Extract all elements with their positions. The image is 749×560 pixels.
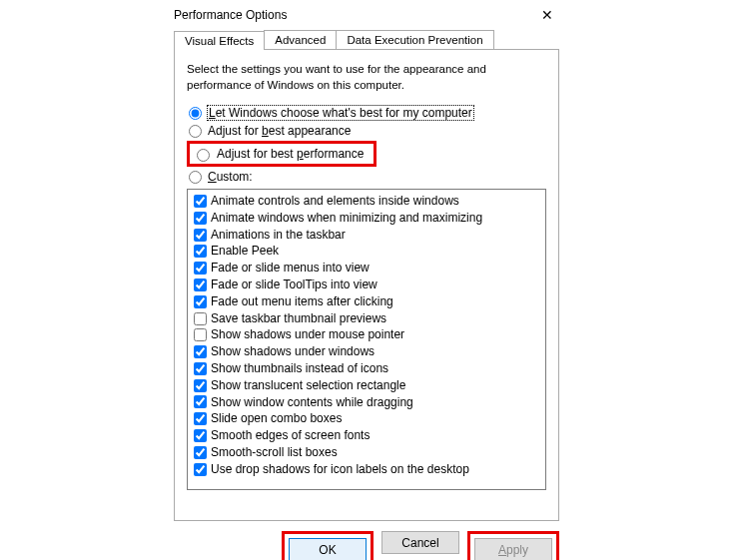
check-label: Smooth-scroll list boxes [211, 444, 338, 461]
check-label: Animate windows when minimizing and maxi… [211, 210, 482, 227]
check-input[interactable] [194, 328, 207, 341]
close-button[interactable]: ✕ [527, 0, 567, 30]
check-label: Animations in the taskbar [211, 227, 346, 244]
performance-options-dialog: Performance Options ✕ Visual Effects Adv… [166, 0, 567, 560]
tab-label: Visual Effects [185, 35, 254, 47]
tab-visual-effects[interactable]: Visual Effects [174, 31, 265, 50]
check-input[interactable] [194, 312, 207, 325]
check-label: Fade or slide menus into view [211, 260, 370, 277]
radio-custom-label: Custom: [208, 170, 253, 184]
radio-best-appearance-label: Adjust for best appearance [208, 124, 351, 138]
check-input[interactable] [194, 245, 207, 258]
check-label: Slide open combo boxes [211, 410, 342, 427]
check-row[interactable]: Smooth edges of screen fonts [194, 427, 539, 444]
check-row[interactable]: Fade or slide ToolTips into view [194, 277, 539, 293]
radio-best-performance-input[interactable] [197, 149, 210, 162]
highlight-best-performance: Adjust for best performance [187, 141, 376, 167]
check-row[interactable]: Show thumbnails instead of icons [194, 360, 539, 377]
radio-best-performance-label: Adjust for best performance [217, 147, 364, 161]
check-row[interactable]: Animate controls and elements inside win… [194, 193, 539, 210]
radio-let-windows-input[interactable] [189, 107, 202, 120]
radio-let-windows[interactable]: Let Windows choose what's best for my co… [187, 105, 546, 121]
check-row[interactable]: Use drop shadows for icon labels on the … [194, 461, 539, 478]
button-bar: OK Cancel Apply [174, 531, 559, 560]
check-label: Smooth edges of screen fonts [211, 427, 370, 444]
check-input[interactable] [194, 212, 207, 225]
check-label: Save taskbar thumbnail previews [211, 310, 386, 327]
check-label: Use drop shadows for icon labels on the … [211, 461, 469, 478]
check-input[interactable] [194, 295, 207, 308]
check-row[interactable]: Slide open combo boxes [194, 410, 539, 427]
check-label: Show thumbnails instead of icons [211, 360, 388, 377]
check-input[interactable] [194, 463, 207, 476]
close-icon: ✕ [541, 7, 553, 23]
check-label: Enable Peek [211, 243, 279, 260]
check-label: Show translucent selection rectangle [211, 377, 405, 394]
check-input[interactable] [194, 429, 207, 442]
radio-best-appearance-input[interactable] [189, 125, 202, 138]
visual-effects-panel: Select the settings you want to use for … [174, 50, 559, 521]
ok-button[interactable]: OK [289, 538, 367, 560]
tab-label: Data Execution Prevention [347, 34, 482, 46]
check-input[interactable] [194, 362, 207, 375]
check-row[interactable]: Save taskbar thumbnail previews [194, 310, 539, 327]
check-label: Fade out menu items after clicking [211, 293, 393, 310]
radio-custom-input[interactable] [189, 171, 202, 184]
check-row[interactable]: Animate windows when minimizing and maxi… [194, 210, 539, 227]
check-input[interactable] [194, 195, 207, 208]
check-row[interactable]: Smooth-scroll list boxes [194, 444, 539, 461]
window-title: Performance Options [174, 8, 527, 22]
apply-button[interactable]: Apply [474, 538, 552, 560]
check-input[interactable] [194, 345, 207, 358]
check-row[interactable]: Fade or slide menus into view [194, 260, 539, 277]
highlight-apply: Apply [467, 531, 559, 560]
radio-let-windows-label: Let Windows choose what's best for my co… [208, 106, 473, 120]
check-input[interactable] [194, 262, 207, 275]
highlight-ok: OK [282, 531, 374, 560]
check-row[interactable]: Animations in the taskbar [194, 227, 539, 244]
check-row[interactable]: Show shadows under windows [194, 343, 539, 360]
cancel-button[interactable]: Cancel [381, 531, 459, 554]
check-row[interactable]: Enable Peek [194, 243, 539, 260]
check-label: Show window contents while dragging [211, 394, 413, 411]
tab-strip: Visual Effects Advanced Data Execution P… [174, 30, 559, 50]
check-input[interactable] [194, 446, 207, 459]
instruction-text: Select the settings you want to use for … [187, 62, 546, 93]
check-label: Show shadows under mouse pointer [211, 326, 404, 343]
check-row[interactable]: Show shadows under mouse pointer [194, 326, 539, 343]
radio-custom[interactable]: Custom: [187, 169, 546, 185]
titlebar: Performance Options ✕ [166, 0, 567, 30]
check-row[interactable]: Show window contents while dragging [194, 394, 539, 411]
effects-checklist[interactable]: Animate controls and elements inside win… [187, 189, 546, 490]
check-input[interactable] [194, 229, 207, 242]
tab-advanced[interactable]: Advanced [264, 30, 337, 49]
check-input[interactable] [194, 379, 207, 392]
tab-dep[interactable]: Data Execution Prevention [336, 30, 493, 49]
check-input[interactable] [194, 279, 207, 291]
tab-label: Advanced [275, 34, 326, 46]
check-row[interactable]: Fade out menu items after clicking [194, 293, 539, 310]
check-input[interactable] [194, 412, 207, 425]
check-label: Fade or slide ToolTips into view [211, 277, 377, 293]
check-label: Animate controls and elements inside win… [211, 193, 459, 210]
check-input[interactable] [194, 395, 207, 408]
radio-best-appearance[interactable]: Adjust for best appearance [187, 123, 546, 139]
check-label: Show shadows under windows [211, 343, 374, 360]
check-row[interactable]: Show translucent selection rectangle [194, 377, 539, 394]
